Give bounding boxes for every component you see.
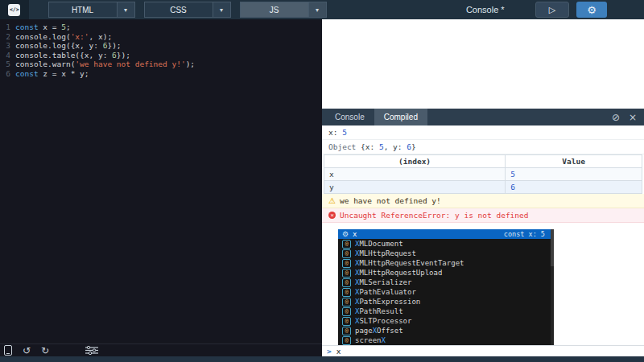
tab-html[interactable]: HTML ▾ bbox=[48, 2, 135, 18]
autocomplete-label: pageXOffset bbox=[355, 327, 403, 335]
code-token: console.log({x, y: bbox=[15, 41, 103, 50]
app-logo[interactable]: </> bbox=[0, 0, 29, 19]
chevron-down-icon[interactable]: ▾ bbox=[308, 2, 326, 17]
tab-css[interactable]: CSS ▾ bbox=[144, 2, 231, 18]
autocomplete-label: XPathResult bbox=[355, 307, 403, 315]
console-token: Object bbox=[328, 142, 361, 151]
topbar-right: Console * ▷ ⚙ bbox=[327, 0, 644, 19]
table-index-cell: y bbox=[324, 181, 506, 194]
code-text: console.warn('we have not defined y!'); bbox=[15, 60, 195, 69]
code-text: console.log('x:', x); bbox=[15, 32, 112, 42]
class-icon: @ bbox=[342, 307, 351, 316]
autocomplete-item[interactable]: @XMLHttpRequestEventTarget bbox=[338, 258, 554, 268]
console-output: x: 5 Object {x: 5, y: 6} (index)Valuex5y… bbox=[322, 125, 644, 345]
line-number: 3 bbox=[0, 41, 10, 51]
autocomplete-item-selected[interactable]: ⚙ x const x: 5 bbox=[338, 229, 554, 239]
label-part: MLHttpRequestEventTarget bbox=[359, 259, 464, 267]
tab-js-label: JS bbox=[241, 2, 308, 17]
line-number: 6 bbox=[0, 69, 10, 79]
code-line: 5console.warn('we have not defined y!'); bbox=[0, 60, 322, 69]
autocomplete-item[interactable]: @screenX bbox=[338, 335, 554, 345]
tab-compiled[interactable]: Compiled bbox=[374, 109, 427, 125]
line-number: 5 bbox=[0, 60, 10, 69]
autocomplete-item[interactable]: @XPathExpression bbox=[338, 297, 554, 306]
line-number: 4 bbox=[0, 51, 10, 60]
error-icon: × bbox=[328, 212, 336, 219]
console-token: } bbox=[411, 142, 416, 151]
editor-pane: 1const x = 5;2console.log('x:', x);3cons… bbox=[0, 19, 322, 356]
warning-text: we have not defined y! bbox=[340, 196, 441, 205]
code-token: 'x:' bbox=[71, 32, 89, 41]
code-token: console.warn( bbox=[15, 60, 75, 68]
autocomplete-label: XPathExpression bbox=[355, 298, 420, 306]
autocomplete-item[interactable]: @pageXOffset bbox=[338, 326, 554, 335]
line-number: 1 bbox=[0, 23, 10, 32]
rotate-left-icon[interactable]: ↺ bbox=[23, 346, 31, 356]
chevron-down-icon[interactable]: ▾ bbox=[213, 2, 230, 17]
table-index-cell: x bbox=[324, 168, 506, 181]
class-icon: @ bbox=[342, 240, 351, 249]
autocomplete-label: XMLHttpRequestEventTarget bbox=[355, 259, 464, 267]
clear-console-icon[interactable]: ⊘ bbox=[612, 112, 620, 123]
autocomplete-label: x bbox=[353, 230, 357, 238]
tab-js[interactable]: JS ▾ bbox=[240, 2, 327, 18]
chevron-down-icon[interactable]: ▾ bbox=[117, 2, 134, 17]
console-title: Console * bbox=[466, 5, 505, 14]
close-icon[interactable]: × bbox=[629, 112, 637, 123]
preview-pane: Console Compiled ⊘ × x: 5 Object {x: 5, … bbox=[322, 19, 644, 356]
code-token: }); bbox=[117, 51, 130, 60]
code-brackets-icon: </> bbox=[8, 4, 20, 16]
output-preview bbox=[322, 19, 644, 109]
class-icon: @ bbox=[342, 269, 351, 278]
autocomplete-detail: const x: 5 bbox=[504, 230, 550, 238]
label-part: PathResult bbox=[359, 307, 402, 315]
autocomplete-item[interactable]: @XMLDocument bbox=[338, 239, 554, 249]
code-line: 1const x = 5; bbox=[0, 23, 322, 32]
autocomplete-item[interactable]: @XPathResult bbox=[338, 306, 554, 316]
console-log-entry: Object {x: 5, y: 6} bbox=[322, 140, 644, 154]
autocomplete-item[interactable]: @XSLTProcessor bbox=[338, 316, 554, 326]
autocomplete-item[interactable]: @XMLHttpRequestUpload bbox=[338, 268, 554, 278]
autocomplete-popup: ⚙ x const x: 5 @XMLDocument@XMLHttpReque… bbox=[338, 229, 554, 345]
wrench-icon: ⚙ bbox=[342, 231, 349, 238]
code-token: console.log( bbox=[15, 32, 71, 41]
autocomplete-scrollbar[interactable] bbox=[551, 229, 554, 345]
play-icon: ▷ bbox=[549, 5, 555, 15]
label-part: page bbox=[355, 327, 373, 335]
autocomplete-label: XPathEvaluator bbox=[355, 288, 416, 296]
class-icon: @ bbox=[342, 336, 351, 345]
autocomplete-label: XMLSerializer bbox=[355, 278, 411, 286]
autocomplete-item[interactable]: @XPathEvaluator bbox=[338, 287, 554, 297]
device-preview-icon[interactable] bbox=[4, 345, 12, 356]
console-token: x: bbox=[328, 128, 342, 137]
table-header: (index) bbox=[324, 155, 506, 168]
error-text: Uncaught ReferenceError: y is not define… bbox=[340, 211, 529, 220]
code-token: }); bbox=[107, 41, 121, 50]
label-part: MLHttpRequestUpload bbox=[359, 269, 442, 277]
label-part: MLDocument bbox=[359, 240, 402, 248]
class-icon: @ bbox=[342, 298, 351, 306]
code-token: 'we have not defined y!' bbox=[75, 60, 185, 68]
console-table: (index)Valuex5y6 bbox=[324, 154, 642, 194]
rotate-right-icon[interactable]: ↻ bbox=[41, 346, 49, 356]
code-token: ; bbox=[66, 23, 71, 31]
js-code-editor[interactable]: 1const x = 5;2console.log('x:', x);3cons… bbox=[0, 19, 322, 343]
tab-console[interactable]: Console bbox=[325, 109, 374, 125]
run-button[interactable]: ▷ bbox=[535, 2, 569, 18]
code-text: const z = x * y; bbox=[15, 69, 89, 79]
label-match: X bbox=[382, 336, 386, 344]
editor-toolbar: ↺ ↻ bbox=[0, 343, 322, 356]
label-part: Offset bbox=[377, 327, 403, 335]
tab-compiled-label: Compiled bbox=[384, 113, 418, 121]
autocomplete-item[interactable]: @XMLHttpRequest bbox=[338, 249, 554, 258]
line-number: 2 bbox=[0, 32, 10, 42]
console-input[interactable]: > x bbox=[322, 345, 644, 356]
label-part: MLHttpRequest bbox=[359, 249, 415, 257]
main-area: 1const x = 5;2console.log('x:', x);3cons… bbox=[0, 19, 644, 356]
code-line: 4console.table({x, y: 6}); bbox=[0, 51, 322, 60]
code-token: const bbox=[15, 23, 39, 31]
settings-sliders-icon[interactable] bbox=[85, 346, 98, 355]
log-text: x: 5 bbox=[328, 128, 347, 137]
settings-button[interactable]: ⚙ bbox=[576, 2, 607, 18]
autocomplete-item[interactable]: @XMLSerializer bbox=[338, 278, 554, 287]
